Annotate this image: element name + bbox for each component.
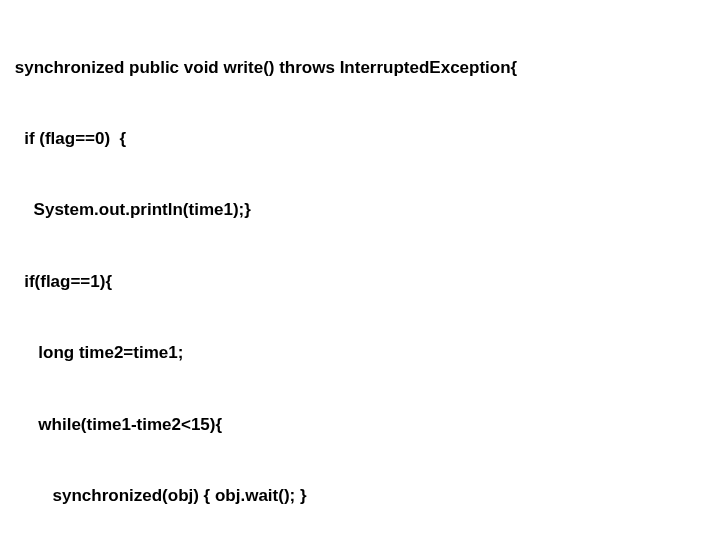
code-snippet: synchronized public void write() throws … (10, 8, 710, 540)
code-line: synchronized public void write() throws … (10, 56, 710, 80)
code-line: long time2=time1; (10, 341, 710, 365)
code-line: if(flag==1){ (10, 270, 710, 294)
code-line: synchronized(obj) { obj.wait(); } (10, 484, 710, 508)
code-line: if (flag==0) { (10, 127, 710, 151)
code-line: System.out.println(time1);} (10, 198, 710, 222)
code-line: while(time1-time2<15){ (10, 413, 710, 437)
